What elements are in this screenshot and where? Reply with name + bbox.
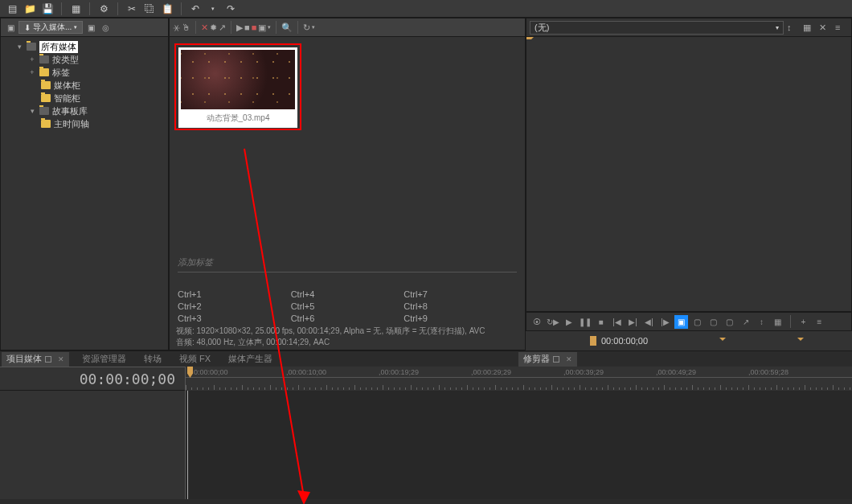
t6-icon[interactable]: ▦ <box>771 315 784 329</box>
play-icon[interactable]: ▶ <box>236 23 243 33</box>
preview-source-dropdown[interactable]: (无)▾ <box>530 21 784 35</box>
dropdown-icon[interactable]: ▾ <box>268 24 271 31</box>
t5-icon[interactable]: ↕ <box>755 315 768 329</box>
next-frame-icon[interactable]: |▶ <box>658 315 672 329</box>
tree-main-timeline[interactable]: 主时间轴 <box>2 117 166 130</box>
preview-tool-1-icon[interactable]: ↕ <box>787 23 800 32</box>
get-media-icon[interactable]: ◎ <box>99 21 112 34</box>
media-thumbnail[interactable]: 动态背景_03.mp4 <box>174 43 301 130</box>
play-start-icon[interactable]: ▶ <box>562 315 576 329</box>
tree-all-media[interactable]: ▾所有媒体 <box>2 40 166 53</box>
stop2-icon[interactable]: ■ <box>594 315 608 329</box>
properties-icon[interactable]: ⚙ <box>96 2 111 16</box>
preview-tool-2-icon[interactable]: ▦ <box>803 23 816 33</box>
capture-icon[interactable]: ▣ <box>84 21 97 34</box>
track-headers <box>0 391 186 499</box>
tool-5-icon[interactable]: ■ <box>252 23 257 32</box>
media-tree: ▾所有媒体 +按类型 +标签 媒体柜 智能柜 ▾故事板库 主时间轴 <box>0 37 169 350</box>
t2-icon[interactable]: ▢ <box>707 315 720 329</box>
t1-icon[interactable]: ▢ <box>690 315 704 329</box>
transport-controls: ⦿ ↻▶ ▶ ❚❚ ■ |◀ ▶| ◀| |▶ ▣ ▢ ▢ ▢ ↗ ↕ ▦ + … <box>526 312 852 331</box>
go-start-icon[interactable]: |◀ <box>610 315 624 329</box>
media-metadata: 视频: 1920×1080×32, 25.000 fps, 00:00:14;2… <box>170 324 525 350</box>
tags-label: 添加标签 <box>178 256 517 268</box>
tool-4-icon[interactable]: ↗ <box>219 23 226 33</box>
preview-tool-3-icon[interactable]: ≡ <box>835 23 848 32</box>
track-area[interactable] <box>186 391 852 499</box>
timecode-row: 00:00:00;00 <box>526 331 852 350</box>
refresh-icon[interactable]: ↻ <box>303 23 310 33</box>
master-timecode[interactable]: 00:00:00;00 <box>0 371 185 387</box>
views-icon[interactable]: ▣ <box>4 21 17 34</box>
copy-icon[interactable]: ⿻ <box>142 2 157 16</box>
tab-media-generator[interactable]: 媒体产生器 <box>223 352 277 367</box>
save-icon[interactable]: 💾 <box>40 2 55 16</box>
project-media-toolbar: ▣ ⬇ 导入媒体... ▾ ▣ ◎ <box>0 18 169 37</box>
file-new-icon[interactable]: ▤ <box>5 2 19 16</box>
preview-viewport <box>526 37 852 312</box>
tool-2-icon[interactable]: 🖱 <box>182 23 190 32</box>
undo-dropdown-icon[interactable]: ▾ <box>206 2 220 16</box>
timecode-display: 00:00:00;00 <box>601 336 648 346</box>
pause-icon[interactable]: ❚❚ <box>578 315 592 329</box>
preview-toolbar: (无)▾ ↕ ▦ ✕ ≡ <box>526 18 852 37</box>
tab-transitions[interactable]: 转场 <box>139 352 166 367</box>
bottom-left-tabs: 项目媒体✕ 资源管理器 转场 视频 FX 媒体产生器 修剪器✕ <box>0 350 852 367</box>
thumbnail-filename: 动态背景_03.mp4 <box>181 109 295 125</box>
timeline-ruler[interactable]: 0:00:00;00 ,00:00:10;00 ,00:00:19;29 ,00… <box>185 367 852 391</box>
t7-icon[interactable]: ≡ <box>813 315 826 329</box>
search-icon[interactable]: 🔍 <box>281 23 293 33</box>
marker-icon <box>590 336 596 346</box>
playhead-icon[interactable] <box>187 367 193 378</box>
tab-trimmer[interactable]: 修剪器✕ <box>518 352 577 367</box>
media-toolbar-2: ⚹ 🖱 ✕ ✹ ↗ ▶ ■ ■ ▣ ▾ 🔍 ↻ ▾ <box>169 18 526 37</box>
main-toolbar: ▤ 📁 💾 ▦ ⚙ ✂ ⿻ 📋 ↶ ▾ ↷ <box>0 0 852 18</box>
t3-icon[interactable]: ▢ <box>723 315 736 329</box>
prev-frame-icon[interactable]: ◀| <box>642 315 656 329</box>
record-icon[interactable]: ⦿ <box>530 315 543 329</box>
paste-icon[interactable]: 📋 <box>160 2 174 16</box>
remove-icon[interactable]: ✕ <box>201 23 208 33</box>
playhead-line[interactable] <box>187 391 188 499</box>
t4-icon[interactable]: ↗ <box>739 315 752 329</box>
timeline-header: 00:00:00;00 0:00:00;00 ,00:00:10;00 ,00:… <box>0 367 852 391</box>
folder-open-icon[interactable]: 📁 <box>23 2 37 16</box>
tree-storyboard[interactable]: ▾故事板库 <box>2 104 166 117</box>
go-end-icon[interactable]: ▶| <box>626 315 640 329</box>
position-marker-2-icon <box>797 338 804 344</box>
stop-icon[interactable]: ■ <box>244 23 250 32</box>
redo-icon[interactable]: ↷ <box>223 2 238 16</box>
undo-icon[interactable]: ↶ <box>188 2 203 16</box>
tree-tags[interactable]: +标签 <box>2 66 166 79</box>
position-marker-icon <box>719 338 726 344</box>
tool-1-icon[interactable]: ⚹ <box>173 23 180 33</box>
loop-icon[interactable]: ↻▶ <box>546 315 559 329</box>
tab-video-fx[interactable]: 视频 FX <box>174 352 215 367</box>
preview-close-icon[interactable]: ✕ <box>819 23 832 33</box>
cut-icon[interactable]: ✂ <box>125 2 139 16</box>
refresh-dropdown-icon[interactable]: ▾ <box>312 24 315 31</box>
tool-6-icon[interactable]: ▣ <box>258 23 266 33</box>
add-track-icon[interactable]: + <box>797 315 810 329</box>
loop-region-icon[interactable]: ▣ <box>674 315 688 329</box>
render-icon[interactable]: ▦ <box>68 2 83 16</box>
tab-project-media[interactable]: 项目媒体✕ <box>2 352 69 367</box>
import-media-button[interactable]: ⬇ 导入媒体... ▾ <box>18 21 83 34</box>
timeline-tracks <box>0 391 852 499</box>
tree-media-cabinet[interactable]: 媒体柜 <box>2 79 166 92</box>
media-thumbnails-area: 动态背景_03.mp4 添加标签 Ctrl+1Ctrl+2Ctrl+3 Ctrl… <box>169 37 526 350</box>
shortcuts-grid: Ctrl+1Ctrl+2Ctrl+3 Ctrl+4Ctrl+5Ctrl+6 Ct… <box>170 289 525 326</box>
tree-by-type[interactable]: +按类型 <box>2 53 166 66</box>
tab-explorer[interactable]: 资源管理器 <box>77 352 131 367</box>
tool-3-icon[interactable]: ✹ <box>210 23 217 33</box>
thumbnail-image <box>181 50 295 109</box>
tree-smart-cabinet[interactable]: 智能柜 <box>2 92 166 104</box>
